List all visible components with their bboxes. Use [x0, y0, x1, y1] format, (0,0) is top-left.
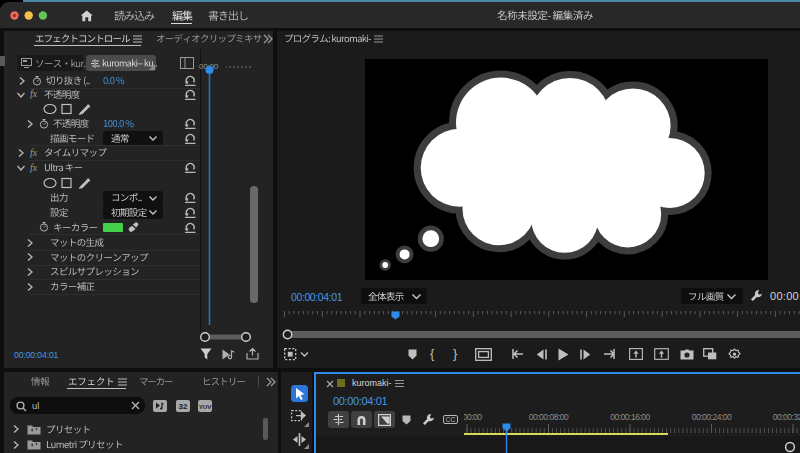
svg-text:32: 32 [179, 402, 188, 411]
svg-text:YUV: YUV [199, 402, 212, 409]
svg-text:CC: CC [445, 416, 455, 423]
